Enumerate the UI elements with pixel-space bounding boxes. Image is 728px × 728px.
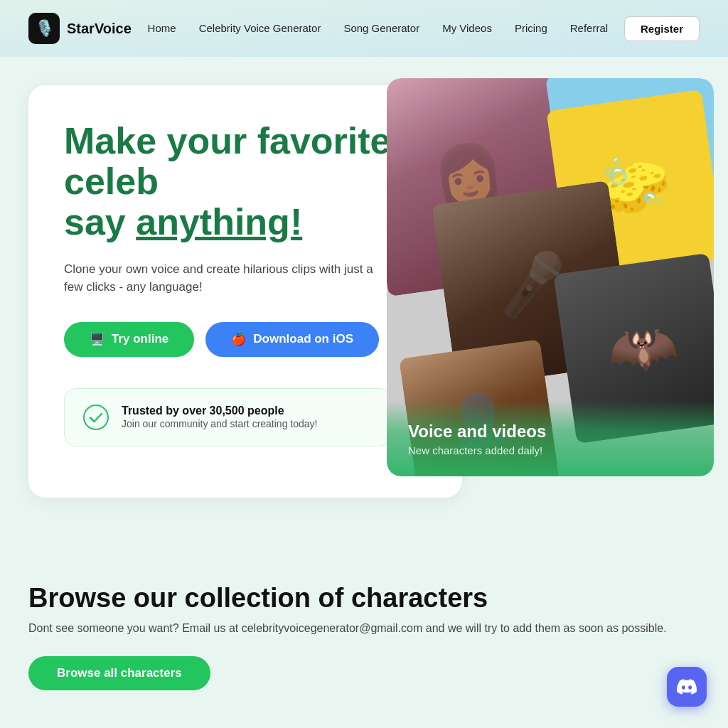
trust-box: Trusted by over 30,500 people Join our c…: [64, 388, 391, 446]
browse-subtitle: Dont see someone you want? Email us at c…: [28, 622, 700, 635]
sidebar-item-my-videos[interactable]: My Videos: [442, 22, 492, 35]
apple-icon: 🍎: [231, 332, 246, 347]
sidebar-item-celebrity-voice[interactable]: Celebrity Voice Generator: [199, 22, 321, 35]
browse-title: Browse our collection of characters: [28, 583, 700, 614]
try-online-button[interactable]: 🖥️ Try online: [64, 322, 194, 357]
discord-icon: [677, 677, 697, 697]
monitor-icon: 🖥️: [90, 332, 105, 347]
hero-buttons: 🖥️ Try online 🍎 Download on iOS: [64, 322, 427, 357]
trust-text: Trusted by over 30,500 people Join our c…: [122, 405, 317, 430]
browse-section: Browse our collection of characters Dont…: [0, 540, 728, 719]
register-button[interactable]: Register: [624, 16, 700, 41]
trust-sub: Join our community and start creating to…: [122, 418, 317, 429]
browse-all-button[interactable]: Browse all characters: [28, 656, 210, 690]
nav-links: Home Celebrity Voice Generator Song Gene…: [148, 22, 609, 35]
hero-title: Make your favorite celeb say anything!: [64, 121, 427, 243]
navbar: 🎙️ StarVoice Home Celebrity Voice Genera…: [0, 0, 728, 57]
sidebar-item-home[interactable]: Home: [148, 22, 176, 35]
logo[interactable]: 🎙️ StarVoice: [28, 13, 132, 44]
logo-icon: 🎙️: [28, 13, 60, 44]
hero-title-highlight: anything!: [136, 201, 302, 242]
collage-overlay: Voice and videos New characters added da…: [387, 400, 714, 476]
trust-count: Trusted by over 30,500 people: [122, 405, 317, 417]
sidebar-item-song-gen[interactable]: Song Generator: [343, 22, 419, 35]
collage: 👩 ⭐ 🧽 🎤 🦇: [387, 78, 714, 476]
hero-section: Make your favorite celeb say anything! C…: [0, 57, 728, 540]
collage-inner: 👩 ⭐ 🧽 🎤 🦇: [387, 78, 714, 476]
collage-subtitle: New characters added daily!: [408, 444, 692, 456]
logo-text: StarVoice: [67, 21, 132, 37]
sidebar-item-referral[interactable]: Referral: [570, 22, 608, 35]
sidebar-item-pricing[interactable]: Pricing: [515, 22, 547, 35]
discord-button[interactable]: [667, 667, 707, 707]
download-ios-button[interactable]: 🍎 Download on iOS: [205, 322, 379, 357]
hero-subtitle: Clone your own voice and create hilariou…: [64, 260, 377, 296]
svg-point-0: [84, 405, 108, 429]
checkmark-icon: [82, 403, 110, 432]
collage-title: Voice and videos: [408, 422, 692, 441]
